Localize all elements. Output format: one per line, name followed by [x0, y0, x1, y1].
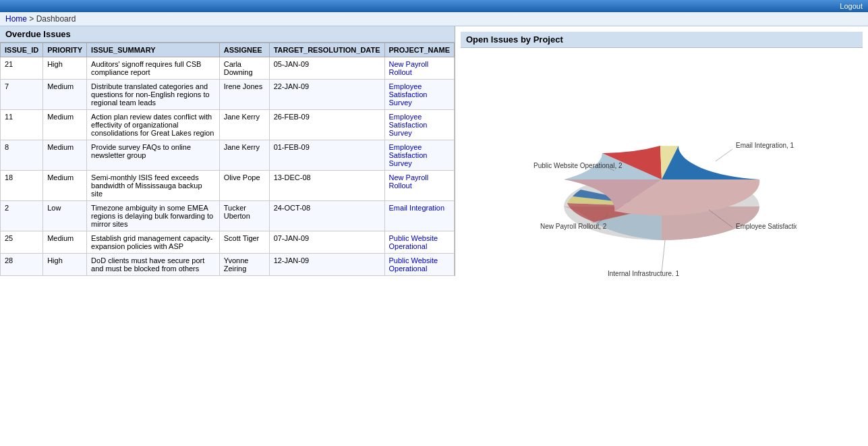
cell-assignee: Jane Kerry: [219, 140, 269, 171]
table-row: 28 High DoD clients must have secure por…: [1, 254, 455, 276]
breadcrumb-current: Dashboard: [36, 14, 76, 24]
cell-summary: Provide survey FAQs to online newsletter…: [87, 140, 220, 171]
logout-link[interactable]: Logout: [840, 2, 863, 10]
cell-id: 18: [1, 171, 43, 201]
cell-project: EmployeeSatisfactionSurvey: [384, 110, 454, 140]
col-date: TARGET_RESOLUTION_DATE: [269, 43, 384, 57]
table-row: 7 Medium Distribute translated categorie…: [1, 80, 455, 110]
cell-id: 28: [1, 254, 43, 276]
col-issue-id: ISSUE_ID: [1, 43, 43, 57]
cell-summary: Action plan review dates conflict with e…: [87, 110, 220, 140]
left-panel: Overdue Issues ISSUE_ID PRIORITY ISSUE_S…: [0, 26, 455, 276]
cell-assignee: Irene Jones: [219, 80, 269, 110]
open-issues-title: Open Issues by Project: [461, 32, 863, 48]
home-link[interactable]: Home: [5, 14, 27, 24]
cell-id: 11: [1, 110, 43, 140]
project-link[interactable]: Public WebsiteOperational: [389, 234, 438, 250]
breadcrumb-separator: >: [29, 14, 36, 24]
cell-assignee: Olive Pope: [219, 171, 269, 201]
cell-project: Email Integration: [384, 201, 454, 231]
cell-assignee: Scott Tiger: [219, 231, 269, 254]
cell-date: 12-JAN-09: [269, 254, 384, 276]
col-assignee: ASSIGNEE: [219, 43, 269, 57]
svg-line-5: [662, 240, 665, 273]
cell-date: 22-JAN-09: [269, 80, 384, 110]
project-link[interactable]: Email Integration: [389, 204, 445, 212]
project-link[interactable]: EmployeeSatisfactionSurvey: [389, 82, 428, 107]
table-row: 2 Low Timezone ambiguity in some EMEA re…: [1, 201, 455, 231]
breadcrumb: Home > Dashboard: [0, 12, 868, 26]
cell-assignee: Carla Downing: [219, 57, 269, 80]
col-priority: PRIORITY: [43, 43, 87, 57]
cell-summary: Semi-monthly ISIS feed exceeds bandwidth…: [87, 171, 220, 201]
cell-date: 07-JAN-09: [269, 231, 384, 254]
cell-id: 7: [1, 80, 43, 110]
cell-priority: Medium: [43, 171, 87, 201]
label-emp-satisfaction: Employee Satisfaction Surve...: [736, 223, 797, 230]
project-link[interactable]: EmployeeSatisfactionSurvey: [389, 143, 428, 167]
cell-id: 25: [1, 231, 43, 254]
cell-priority: High: [43, 57, 87, 80]
top-bar: Logout: [0, 0, 868, 12]
cell-id: 2: [1, 201, 43, 231]
cell-priority: Medium: [43, 110, 87, 140]
issues-table: ISSUE_ID PRIORITY ISSUE_SUMMARY ASSIGNEE…: [0, 43, 455, 276]
table-row: 11 Medium Action plan review dates confl…: [1, 110, 455, 140]
cell-assignee: Yvonne Zeiring: [219, 254, 269, 276]
col-project: PROJECT_NAME: [384, 43, 454, 57]
project-link[interactable]: New PayrollRollout: [389, 60, 429, 76]
cell-id: 21: [1, 57, 43, 80]
cell-summary: Timezone ambiguity in some EMEA regions …: [87, 201, 220, 231]
cell-summary: DoD clients must have secure port and mu…: [87, 254, 220, 276]
table-row: 8 Medium Provide survey FAQs to online n…: [1, 140, 455, 171]
cell-project: New PayrollRollout: [384, 57, 454, 80]
cell-priority: Medium: [43, 80, 87, 110]
cell-priority: Low: [43, 201, 87, 231]
svg-line-1: [716, 149, 732, 161]
cell-summary: Distribute translated categories and que…: [87, 80, 220, 110]
cell-assignee: Jane Kerry: [219, 110, 269, 140]
project-link[interactable]: EmployeeSatisfactionSurvey: [389, 113, 428, 137]
cell-date: 05-JAN-09: [269, 57, 384, 80]
cell-priority: Medium: [43, 140, 87, 171]
table-row: 21 High Auditors' signoff requires full …: [1, 57, 455, 80]
project-link[interactable]: New PayrollRollout: [389, 173, 429, 190]
cell-summary: Auditors' signoff requires full CSB comp…: [87, 57, 220, 80]
chart-container: Email Integration, 1 Employee Satisfacti…: [461, 48, 863, 264]
table-row: 18 Medium Semi-monthly ISIS feed exceeds…: [1, 171, 455, 201]
cell-project: EmployeeSatisfactionSurvey: [384, 140, 454, 171]
cell-id: 8: [1, 140, 43, 171]
cell-assignee: Tucker Uberton: [219, 201, 269, 231]
cell-project: EmployeeSatisfactionSurvey: [384, 80, 454, 110]
label-email-integration: Email Integration, 1: [736, 142, 794, 149]
cell-priority: High: [43, 254, 87, 276]
pie-svg: Email Integration, 1 Employee Satisfacti…: [527, 61, 797, 276]
overdue-issues-title: Overdue Issues: [0, 26, 455, 43]
cell-priority: Medium: [43, 231, 87, 254]
cell-project: Public WebsiteOperational: [384, 254, 454, 276]
pie-chart: Email Integration, 1 Employee Satisfacti…: [527, 61, 797, 250]
cell-summary: Establish grid management capacity-expan…: [87, 231, 220, 254]
label-internal-infra: Internal Infrastructure, 1: [608, 270, 680, 276]
cell-date: 01-FEB-09: [269, 140, 384, 171]
table-row: 25 Medium Establish grid management capa…: [1, 231, 455, 254]
cell-date: 13-DEC-08: [269, 171, 384, 201]
cell-date: 24-OCT-08: [269, 201, 384, 231]
right-panel: Open Issues by Project: [455, 26, 868, 276]
cell-project: New PayrollRollout: [384, 171, 454, 201]
col-summary: ISSUE_SUMMARY: [87, 43, 220, 57]
cell-project: Public WebsiteOperational: [384, 231, 454, 254]
project-link[interactable]: Public WebsiteOperational: [389, 256, 438, 273]
cell-date: 26-FEB-09: [269, 110, 384, 140]
